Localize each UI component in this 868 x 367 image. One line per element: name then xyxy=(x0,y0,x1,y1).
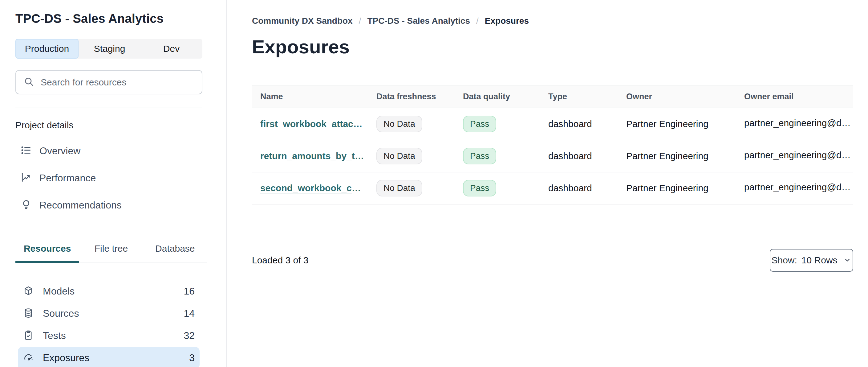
list-icon xyxy=(20,144,32,157)
sidebar-nav: Overview Performance xyxy=(16,137,203,219)
app-window: TPC-DS - Sales Analytics Production Stag… xyxy=(0,0,868,367)
main-content: Community DX Sandbox / TPC-DS - Sales An… xyxy=(227,0,868,367)
loaded-status: Loaded 3 of 3 xyxy=(252,255,309,265)
sidebar-item-recommendations[interactable]: Recommendations xyxy=(16,192,203,219)
column-header-data-freshness: Data freshness xyxy=(368,92,455,102)
sidebar-item-performance[interactable]: Performance xyxy=(16,164,203,192)
resource-label: Sources xyxy=(43,308,79,319)
column-header-owner: Owner xyxy=(618,92,736,102)
env-tab-dev[interactable]: Dev xyxy=(141,39,203,59)
breadcrumb: Community DX Sandbox / TPC-DS - Sales An… xyxy=(252,16,853,26)
resource-item-sources[interactable]: Sources 14 xyxy=(18,303,199,325)
exposure-name-link[interactable]: second_workbook_conn… xyxy=(260,183,367,193)
lightbulb-icon xyxy=(20,199,32,211)
resource-count: 14 xyxy=(184,308,195,319)
resource-count: 3 xyxy=(189,352,195,364)
env-tab-staging[interactable]: Staging xyxy=(79,39,141,59)
environment-switcher: Production Staging Dev xyxy=(16,39,203,59)
gauge-icon xyxy=(23,352,34,364)
resource-item-models[interactable]: Models 16 xyxy=(18,280,199,303)
tab-resources[interactable]: Resources xyxy=(16,238,79,263)
exposure-owner: Partner Engineering xyxy=(618,151,736,161)
breadcrumb-current: Exposures xyxy=(485,16,529,26)
resource-item-tests[interactable]: Tests 32 xyxy=(18,325,199,347)
tab-database[interactable]: Database xyxy=(143,238,207,263)
exposure-type: dashboard xyxy=(540,119,618,129)
resource-label: Exposures xyxy=(43,352,89,364)
breadcrumb-project-root[interactable]: Community DX Sandbox xyxy=(252,16,353,26)
freshness-badge: No Data xyxy=(376,180,422,196)
search-icon xyxy=(23,76,34,88)
resource-item-exposures[interactable]: Exposures 3 xyxy=(18,347,199,367)
sidebar: TPC-DS - Sales Analytics Production Stag… xyxy=(0,0,227,367)
cube-icon xyxy=(23,286,34,297)
table-row: return_amounts_by_tran… No Data Pass das… xyxy=(252,140,853,172)
breadcrumb-separator: / xyxy=(359,16,361,26)
show-label: Show: xyxy=(771,255,797,265)
sidebar-item-label: Recommendations xyxy=(39,200,122,211)
column-header-name: Name xyxy=(252,92,368,102)
sidebar-item-label: Overview xyxy=(39,145,81,157)
column-header-owner-email: Owner email xyxy=(736,92,853,102)
quality-badge: Pass xyxy=(463,148,496,164)
tab-file-tree[interactable]: File tree xyxy=(79,238,143,263)
exposure-type: dashboard xyxy=(540,183,618,193)
freshness-badge: No Data xyxy=(376,116,422,132)
clipboard-check-icon xyxy=(23,330,34,342)
exposure-owner: Partner Engineering xyxy=(618,183,736,193)
env-tab-production[interactable]: Production xyxy=(16,39,79,59)
project-details-label: Project details xyxy=(16,120,203,131)
sidebar-tabs: Resources File tree Database xyxy=(16,238,207,262)
sidebar-item-label: Performance xyxy=(39,172,96,184)
exposure-type: dashboard xyxy=(540,151,618,161)
table-row: second_workbook_conn… No Data Pass dashb… xyxy=(252,172,853,204)
exposure-owner-email: partner_engineering@dbt… xyxy=(744,118,852,128)
page-title: Exposures xyxy=(252,36,853,58)
table-row: first_workbook_attached… No Data Pass da… xyxy=(252,108,853,140)
exposure-name-link[interactable]: first_workbook_attached… xyxy=(260,119,367,129)
column-header-data-quality: Data quality xyxy=(455,92,540,102)
resource-list: Models 16 Sources 14 xyxy=(18,280,199,367)
search-input[interactable] xyxy=(41,77,194,88)
chevron-down-icon xyxy=(842,256,852,265)
rows-per-page-dropdown[interactable]: Show: 10 Rows xyxy=(770,249,853,272)
resource-label: Tests xyxy=(43,330,66,341)
resource-label: Models xyxy=(43,286,74,297)
column-header-type: Type xyxy=(540,92,618,102)
exposures-table: Name Data freshness Data quality Type Ow… xyxy=(252,85,853,204)
exposure-owner-email: partner_engineering@dbt… xyxy=(744,182,852,193)
show-value: 10 Rows xyxy=(802,255,838,265)
sidebar-divider xyxy=(16,108,203,108)
line-chart-icon xyxy=(20,171,32,185)
quality-badge: Pass xyxy=(463,180,496,196)
breadcrumb-project[interactable]: TPC-DS - Sales Analytics xyxy=(367,16,470,26)
breadcrumb-separator: / xyxy=(476,16,479,26)
exposure-name-link[interactable]: return_amounts_by_tran… xyxy=(260,151,367,161)
resource-count: 32 xyxy=(184,330,195,341)
sidebar-item-overview[interactable]: Overview xyxy=(16,137,203,164)
freshness-badge: No Data xyxy=(376,148,422,164)
exposure-owner: Partner Engineering xyxy=(618,119,736,129)
search-box[interactable] xyxy=(16,70,203,94)
exposure-owner-email: partner_engineering@dbt… xyxy=(744,150,852,160)
quality-badge: Pass xyxy=(463,116,496,132)
project-title: TPC-DS - Sales Analytics xyxy=(16,12,203,26)
database-icon xyxy=(23,308,34,319)
table-footer: Loaded 3 of 3 Show: 10 Rows xyxy=(252,249,853,272)
table-header-row: Name Data freshness Data quality Type Ow… xyxy=(252,85,853,108)
resource-count: 16 xyxy=(184,286,195,297)
